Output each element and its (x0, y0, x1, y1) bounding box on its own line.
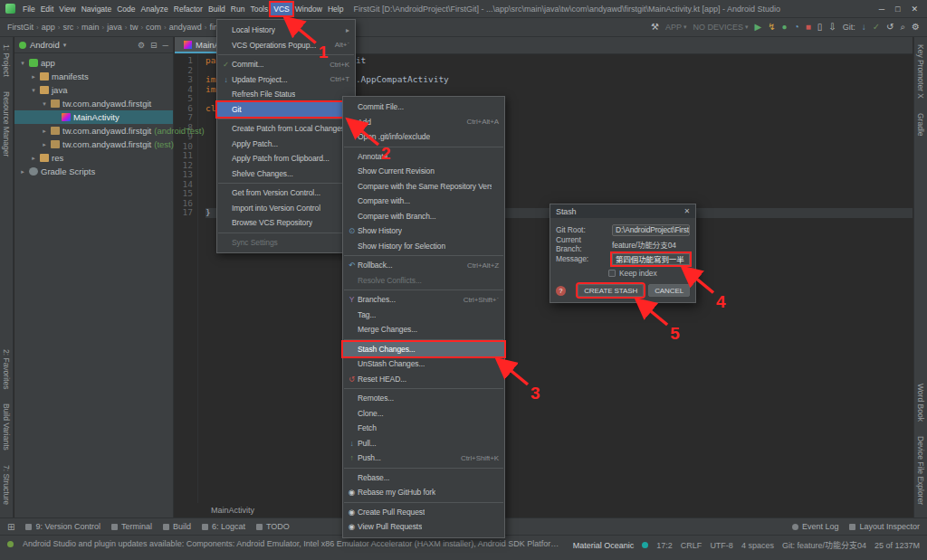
chevron-down-icon[interactable]: ▾ (41, 100, 48, 108)
menu-edit[interactable]: Edit (38, 3, 57, 15)
menu-item-update-project[interactable]: ↓Update Project...Ctrl+T (217, 72, 355, 88)
tree-item-tw-com-andyawd-firstgit-androidtest[interactable]: ▸tw.com.andyawd.firstgit (androidTest) (14, 124, 173, 138)
menu-item-vcs-operations-popup[interactable]: VCS Operations Popup...Alt+` (217, 38, 355, 53)
tree-item-tw-com-andyawd-firstgit-test[interactable]: ▸tw.com.andyawd.firstgit (test) (14, 138, 173, 151)
chevron-right-icon[interactable]: ▸ (41, 141, 48, 148)
git-history-icon[interactable]: ↺ (886, 23, 894, 32)
menu-item-commit-file[interactable]: Commit File... (343, 100, 504, 115)
line-separator[interactable]: CRLF (681, 541, 702, 550)
close-icon[interactable]: ✕ (683, 207, 690, 215)
git-root-dropdown[interactable]: D:\AndroidProject\FirstGit ▼ (612, 224, 690, 236)
maximize-button[interactable]: □ (895, 5, 900, 14)
toolwindow-stripe-1-project[interactable]: 1: Project (2, 44, 11, 77)
apply-changes-icon[interactable]: ↯ (768, 23, 775, 32)
menu-item-compare-with-branch[interactable]: Compare with Branch... (343, 209, 504, 224)
chevron-right-icon[interactable]: ▸ (41, 128, 48, 135)
breadcrumb-item-java[interactable]: java (107, 23, 122, 32)
chevron-down-icon[interactable]: ▾ (30, 87, 37, 94)
profile-icon[interactable]: ◔ (794, 23, 799, 32)
device-dropdown[interactable]: NO DEVICES▾ (693, 23, 748, 32)
menu-item-merge-changes[interactable]: Merge Changes... (343, 322, 504, 337)
tree-item-res[interactable]: ▸res (14, 151, 173, 165)
toolwindow-stripe-7-structure[interactable]: 7: Structure (2, 465, 11, 505)
breadcrumb-item-app[interactable]: app (42, 23, 55, 32)
tree-item-tw-com-andyawd-firstgit[interactable]: ▾tw.com.andyawd.firstgit (14, 97, 173, 110)
toolwindow-stripe-gradle[interactable]: Gradle (916, 113, 925, 137)
menu-item-git[interactable]: Git▸ (217, 102, 355, 118)
menu-item-clone[interactable]: Clone... (343, 406, 504, 422)
sdk-manager-icon[interactable]: ⇩ (828, 23, 836, 32)
dialog-titlebar[interactable]: Stash ✕ (550, 204, 695, 218)
tree-item-java[interactable]: ▾java (14, 83, 173, 97)
toolwindow-stripe-device-file-explorer[interactable]: Device File Explorer (916, 436, 925, 505)
menu-item-show-current-revision[interactable]: Show Current Revision (343, 164, 504, 179)
file-encoding[interactable]: UTF-8 (710, 541, 733, 550)
gear-icon[interactable]: ⚙ (138, 41, 145, 50)
menu-view[interactable]: View (56, 3, 78, 15)
menu-item-add[interactable]: AddCtrl+Alt+A (343, 115, 504, 130)
menu-item-tag[interactable]: Tag... (343, 308, 504, 323)
menu-item-unstash-changes[interactable]: UnStash Changes... (343, 356, 504, 372)
toolwindow-todo[interactable]: TODO (256, 522, 290, 531)
menu-item-rebase-my-github-fork[interactable]: ◉Rebase my GitHub fork (343, 485, 504, 500)
search-icon[interactable]: ⌕ (900, 23, 905, 32)
tree-item-app[interactable]: ▾app (14, 56, 173, 70)
menu-item-show-history[interactable]: ⊙Show History (343, 223, 504, 239)
debug-icon[interactable]: ● (782, 23, 788, 32)
breadcrumb-item-main[interactable]: main (81, 23, 100, 32)
menu-item-create-pull-request[interactable]: ◉Create Pull Request (343, 505, 504, 520)
toolwindow-version-control[interactable]: 9: Version Control (25, 522, 100, 531)
menu-item-pull[interactable]: ↓Pull... (343, 436, 504, 451)
menu-vcs[interactable]: VCS (271, 3, 291, 15)
git-update-icon[interactable]: ↓ (862, 23, 866, 32)
menu-item-import-into-version-control[interactable]: Import into Version Control▸ (217, 201, 355, 216)
menu-window[interactable]: Window (292, 3, 325, 15)
menu-item-browse-vcs-repository[interactable]: Browse VCS Repository▸ (217, 215, 355, 231)
menu-item-rollback[interactable]: ↶Rollback...Ctrl+Alt+Z (343, 258, 504, 273)
menu-item-reset-head[interactable]: ↺Reset HEAD... (343, 372, 504, 387)
run-icon[interactable]: ▶ (754, 23, 761, 32)
toolwindow-stripe-build-variants[interactable]: Build Variants (2, 403, 11, 451)
toolwindow-switcher-icon[interactable]: ⊞ (7, 522, 14, 532)
message-input[interactable]: 第四個功能寫到一半 (612, 253, 690, 265)
menu-item-shelve-changes[interactable]: Shelve Changes... (217, 166, 355, 182)
menu-item-apply-patch-from-clipboard[interactable]: Apply Patch from Clipboard... (217, 151, 355, 166)
menu-navigate[interactable]: Navigate (79, 3, 115, 15)
status-message[interactable]: Android Studio and plugin updates availa… (23, 539, 564, 548)
caret-position[interactable]: 17:2 (656, 541, 673, 550)
menu-build[interactable]: Build (205, 3, 228, 15)
run-config-dropdown[interactable]: APP▾ (665, 23, 687, 32)
breadcrumb-item-andyawd[interactable]: andyawd (169, 23, 202, 32)
update-notification-icon[interactable] (7, 541, 14, 547)
menu-item-compare-with-the-same-repository-version[interactable]: Compare with the Same Repository Version (343, 179, 504, 195)
chevron-right-icon[interactable]: ▸ (30, 155, 37, 162)
toolwindow-layout-inspector[interactable]: Layout Inspector (849, 522, 920, 531)
git-branch-widget[interactable]: Git: feature/功能分支04 (782, 539, 866, 551)
minimize-button[interactable]: ─ (879, 5, 884, 14)
breadcrumb-item-firstgit[interactable]: FirstGit (7, 23, 33, 32)
menu-item-local-history[interactable]: Local History▸ (217, 23, 355, 38)
menu-item-stash-changes[interactable]: Stash Changes... (343, 342, 504, 357)
tree-item-manifests[interactable]: ▸manifests (14, 70, 173, 83)
hammer-icon[interactable]: ⚒ (651, 23, 659, 32)
breadcrumb-item-src[interactable]: src (62, 23, 73, 32)
menu-item-create-patch-from-local-changes[interactable]: Create Patch from Local Changes... (217, 121, 355, 137)
menu-item-rebase[interactable]: Rebase... (343, 470, 504, 486)
git-commit-icon[interactable]: ✓ (873, 23, 880, 32)
menu-analyze[interactable]: Analyze (139, 3, 171, 15)
menu-tools[interactable]: Tools (247, 3, 271, 15)
close-button[interactable]: ✕ (911, 5, 918, 14)
menu-item-refresh-file-status[interactable]: Refresh File Status (217, 87, 355, 102)
menu-item-push[interactable]: ↑Push...Ctrl+Shift+K (343, 451, 504, 466)
menu-item-get-from-version-control[interactable]: Get from Version Control... (217, 185, 355, 201)
chevron-down-icon[interactable]: ▾ (19, 60, 26, 67)
hide-panel-icon[interactable]: ─ (163, 41, 168, 50)
menu-item-commit[interactable]: ✓Commit...Ctrl+K (217, 57, 355, 72)
tree-item-mainactivity[interactable]: MainActivity (14, 110, 173, 124)
menu-refactor[interactable]: Refactor (171, 3, 205, 15)
project-view-dropdown[interactable]: Android (30, 40, 60, 50)
menu-item-apply-patch[interactable]: Apply Patch... (217, 137, 355, 152)
help-icon[interactable]: ? (556, 286, 566, 296)
toolwindow-build[interactable]: Build (163, 522, 191, 531)
create-stash-button[interactable]: CREATE STASH (578, 284, 644, 297)
